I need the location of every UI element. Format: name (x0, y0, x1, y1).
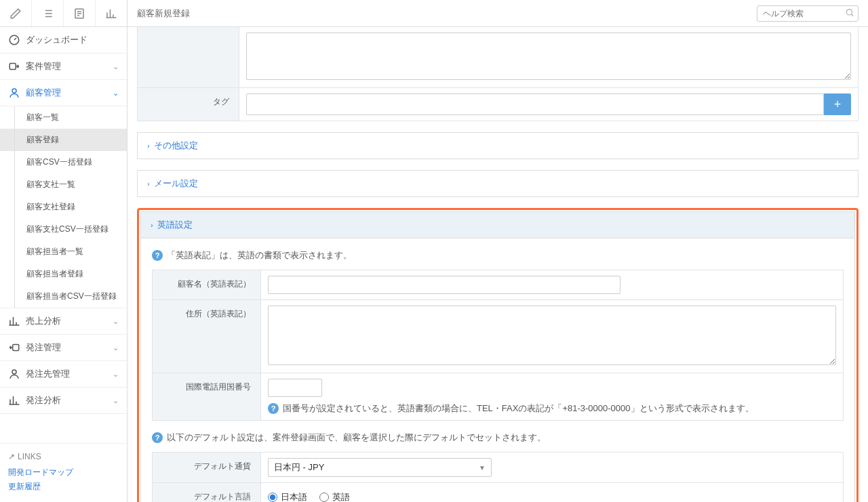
nav-label: 発注先管理 (26, 368, 113, 380)
english-settings-title: 英語設定 (157, 219, 193, 231)
chevron-right-icon: › (147, 142, 150, 150)
nav-label: 売上分析 (26, 315, 113, 327)
chevron-down-icon: ⌄ (113, 62, 119, 71)
sidebar-footer: ↗ LINKS 開発ロードマップ 更新履歴 (0, 443, 127, 502)
subnav-branch-list[interactable]: 顧客支社一覧 (0, 173, 127, 196)
subnav-customer-list[interactable]: 顧客一覧 (0, 106, 127, 129)
english-form-table-1: 顧客名（英語表記） 住所（英語表記） (152, 270, 844, 421)
chevron-down-icon: ⌄ (113, 343, 119, 352)
chevron-down-icon: ⌄ (113, 370, 119, 379)
chevron-down-icon: ⌄ (113, 396, 119, 405)
sidebar-top-icons (0, 0, 127, 27)
subnav-contact-csv[interactable]: 顧客担当者CSV一括登録 (0, 285, 127, 308)
document-icon[interactable] (64, 0, 96, 26)
lang-ja-radio-input[interactable] (268, 493, 277, 502)
lang-ja-radio[interactable]: 日本語 (268, 491, 307, 503)
chevron-down-icon: ⌄ (113, 317, 119, 326)
nav-label: ダッシュボード (26, 34, 119, 46)
help-search (757, 5, 859, 22)
nav-supplier[interactable]: 発注先管理 ⌄ (0, 361, 127, 388)
subnav-contact-list[interactable]: 顧客担当者一覧 (0, 240, 127, 263)
svg-point-16 (12, 89, 16, 93)
info-defaults: ? 以下のデフォルト設定は、案件登録画面で、顧客を選択した際にデフォルトでセット… (152, 432, 844, 444)
info-text-1: 「英語表記」は、英語の書類で表示されます。 (167, 249, 352, 262)
address-en-label: 住所（英語表記） (153, 300, 261, 373)
tag-input-wrap: + (246, 93, 851, 115)
user-icon (8, 368, 20, 380)
help-icon[interactable]: ? (152, 250, 163, 261)
nav-project[interactable]: 案件管理 ⌄ (0, 54, 127, 80)
customer-name-en-cell (261, 270, 844, 300)
country-code-input[interactable] (268, 379, 322, 397)
address-en-textarea[interactable] (268, 306, 836, 365)
list-icon[interactable] (32, 0, 64, 26)
help-icon[interactable]: ? (152, 432, 163, 443)
subnav-customer-register[interactable]: 顧客登録 (0, 129, 127, 151)
subnav-branch-register[interactable]: 顧客支社登録 (0, 196, 127, 218)
default-language-label: デフォルト言語 (153, 483, 261, 503)
link-changelog[interactable]: 更新履歴 (8, 480, 119, 494)
subnav-contact-register[interactable]: 顧客担当者登録 (0, 263, 127, 285)
chart-icon (8, 315, 20, 327)
links-header-text: LINKS (18, 452, 41, 461)
english-settings-highlight: › 英語設定 ? 「英語表記」は、英語の書類で表示されます。 顧客名（英語表記） (137, 208, 859, 502)
tag-input[interactable] (246, 93, 824, 115)
nav-order-analysis[interactable]: 発注分析 ⌄ (0, 388, 127, 414)
gauge-icon (8, 34, 20, 46)
page-title: 顧客新規登録 (137, 7, 757, 20)
english-settings-header[interactable]: › 英語設定 (141, 212, 854, 238)
chart-icon[interactable] (96, 0, 127, 26)
english-settings-section: › 英語設定 ? 「英語表記」は、英語の書類で表示されます。 顧客名（英語表記） (140, 211, 855, 502)
arrow-right-icon (8, 60, 20, 72)
nav-order[interactable]: 発注管理 ⌄ (0, 335, 127, 361)
help-icon[interactable]: ? (268, 403, 279, 414)
user-icon (8, 87, 20, 99)
english-form-table-2: デフォルト通貨 日本円 - JPY ▼ デフォルト言語 (152, 452, 844, 502)
chart-icon (8, 394, 20, 406)
lang-en-radio-input[interactable] (319, 493, 329, 502)
nav-sales-analysis[interactable]: 売上分析 ⌄ (0, 308, 127, 335)
default-currency-cell: 日本円 - JPY ▼ (261, 453, 844, 483)
mail-settings-title: メール設定 (154, 177, 198, 190)
subnav-branch-csv[interactable]: 顧客支社CSV一括登録 (0, 218, 127, 240)
tag-label: タグ (138, 88, 239, 121)
main: 顧客新規登録 タグ (127, 0, 868, 502)
customer-name-en-input[interactable] (268, 276, 620, 294)
caret-down-icon: ▼ (479, 464, 486, 472)
lang-ja-label: 日本語 (281, 491, 307, 503)
other-settings-header[interactable]: › その他設定 (138, 133, 858, 159)
nav-dashboard[interactable]: ダッシュボード (0, 27, 127, 54)
sidebar: ダッシュボード 案件管理 ⌄ 顧客管理 ⌄ 顧客一覧 顧客登録 顧客CSV一括登… (0, 0, 127, 502)
link-roadmap[interactable]: 開発ロードマップ (8, 465, 119, 480)
svg-point-22 (12, 370, 16, 374)
content: タグ + › その他設定 (127, 27, 868, 502)
default-currency-value: 日本円 - JPY (274, 461, 324, 474)
notes-textarea[interactable] (246, 33, 851, 80)
country-code-hint: ? 国番号が設定されていると、英語書類の場合に、TEL・FAXの表記が「+81-… (268, 402, 836, 415)
help-search-input[interactable] (757, 5, 859, 22)
prev-field-input-cell (239, 27, 859, 88)
tag-input-cell: + (239, 88, 859, 121)
customer-subnav: 顧客一覧 顧客登録 顧客CSV一括登録 顧客支社一覧 顧客支社登録 顧客支社CS… (0, 106, 127, 308)
other-settings-section: › その他設定 (137, 132, 859, 159)
nav-label: 顧客管理 (26, 87, 113, 99)
search-icon (845, 7, 854, 19)
svg-line-28 (851, 14, 853, 16)
default-currency-label: デフォルト通貨 (153, 453, 261, 483)
pencil-icon[interactable] (0, 0, 32, 26)
lang-en-radio[interactable]: 英語 (319, 491, 350, 503)
subnav-customer-csv[interactable]: 顧客CSV一括登録 (0, 151, 127, 173)
info-english-notation: ? 「英語表記」は、英語の書類で表示されます。 (152, 249, 844, 262)
nav-label: 発注管理 (26, 341, 113, 354)
nav-customer[interactable]: 顧客管理 ⌄ (0, 80, 127, 106)
chevron-right-icon: › (151, 221, 153, 229)
mail-settings-header[interactable]: › メール設定 (138, 171, 858, 196)
top-form-table: タグ + (137, 27, 859, 121)
address-en-cell (261, 300, 844, 373)
svg-rect-15 (9, 64, 16, 70)
svg-rect-21 (13, 345, 19, 351)
other-settings-title: その他設定 (154, 140, 198, 152)
tag-add-button[interactable]: + (824, 93, 851, 115)
default-currency-select[interactable]: 日本円 - JPY ▼ (268, 458, 492, 477)
links-header: ↗ LINKS (8, 452, 119, 461)
